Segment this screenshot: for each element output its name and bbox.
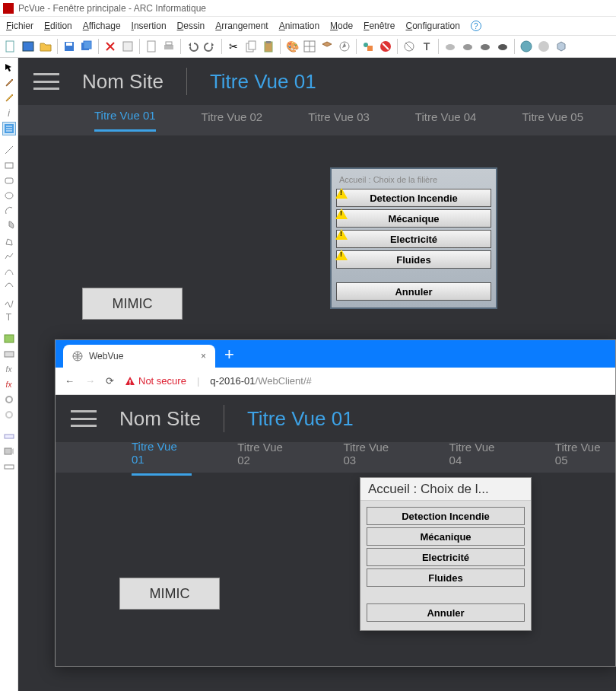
not-secure-badge[interactable]: Not secure xyxy=(125,375,186,387)
new-file-icon[interactable] xyxy=(3,39,18,54)
web-popup-btn-mecanique[interactable]: Mécanique xyxy=(367,527,525,546)
globe-crossed-icon[interactable] xyxy=(402,39,417,54)
spline-tool-icon[interactable] xyxy=(2,295,16,309)
menu-insertion[interactable]: Insertion xyxy=(132,21,167,31)
help-icon[interactable]: ? xyxy=(471,21,481,31)
web-tab-vue-02[interactable]: Titre Vue 02 xyxy=(237,441,297,474)
eyedropper2-icon[interactable] xyxy=(2,91,16,105)
save-icon[interactable] xyxy=(62,39,77,54)
forward-icon[interactable]: → xyxy=(85,375,95,387)
image-tool-icon[interactable] xyxy=(2,332,16,346)
print-icon[interactable] xyxy=(161,39,176,54)
rect-tool-icon[interactable] xyxy=(2,158,16,172)
info-icon[interactable]: i xyxy=(2,107,16,120)
popup-btn-electricite[interactable]: Electricité xyxy=(336,230,491,248)
cloud3-icon[interactable] xyxy=(478,39,493,54)
ruler-tool-icon[interactable] xyxy=(2,429,16,443)
pointer-tool-icon[interactable] xyxy=(2,61,16,75)
tab-vue-02[interactable]: Titre Vue 02 xyxy=(202,110,263,131)
menu-mode[interactable]: Mode xyxy=(330,21,353,31)
text-tool-icon[interactable]: T xyxy=(2,310,16,324)
layers-icon[interactable] xyxy=(319,39,335,54)
eyedropper1-icon[interactable] xyxy=(2,76,16,90)
stop-icon[interactable] xyxy=(378,39,393,54)
ellipse-tool-icon[interactable] xyxy=(2,189,16,202)
hamburger-icon[interactable] xyxy=(33,73,59,90)
popup-btn-fluides[interactable]: Fluides xyxy=(336,250,491,269)
close-icon[interactable]: × xyxy=(201,351,206,361)
label-tool-icon[interactable] xyxy=(2,460,16,473)
clear-icon[interactable] xyxy=(120,39,135,54)
video-tool-icon[interactable] xyxy=(2,444,16,458)
web-popup-btn-detection[interactable]: Detection Incendie xyxy=(367,507,525,525)
paste-icon[interactable] xyxy=(261,39,276,54)
web-tab-vue-04[interactable]: Titre Vue 04 xyxy=(449,441,510,474)
gear-tool-icon[interactable] xyxy=(2,393,16,406)
polygon-tool-icon[interactable] xyxy=(2,234,16,248)
tab-vue-01[interactable]: Titre Vue 01 xyxy=(94,109,156,132)
svg-rect-27 xyxy=(5,163,13,168)
globe-icon[interactable] xyxy=(519,39,534,54)
reload-icon[interactable]: ⟳ xyxy=(106,375,114,387)
cut-icon[interactable]: ✂ xyxy=(226,39,241,54)
popup-btn-mecanique[interactable]: Mécanique xyxy=(336,209,491,228)
hamburger-icon[interactable] xyxy=(71,410,97,427)
save-all-icon[interactable] xyxy=(79,39,94,54)
cloud2-icon[interactable] xyxy=(460,39,475,54)
menu-fenetre[interactable]: Fenêtre xyxy=(364,21,395,31)
web-popup-btn-electricite[interactable]: Electricité xyxy=(367,548,525,566)
redo-icon[interactable] xyxy=(202,39,218,54)
browser-tab-webvue[interactable]: WebVue × xyxy=(63,345,215,368)
popup-btn-detection[interactable]: Detection Incendie xyxy=(336,189,491,207)
curve-tool-icon[interactable] xyxy=(2,280,16,294)
shapes-icon[interactable] xyxy=(360,39,376,54)
grid-icon[interactable] xyxy=(302,39,317,54)
web-popup-btn-fluides[interactable]: Fluides xyxy=(367,568,525,587)
menu-affichage[interactable]: Affichage xyxy=(83,21,121,31)
menu-arrangement[interactable]: Arrangement xyxy=(215,21,268,31)
menu-animation[interactable]: Animation xyxy=(279,21,319,31)
tab-vue-05[interactable]: Titre Vue 05 xyxy=(522,110,583,131)
popup-btn-annuler[interactable]: Annuler xyxy=(336,282,491,301)
roundrect-tool-icon[interactable] xyxy=(2,174,16,187)
web-tab-vue-05[interactable]: Titre Vue 05 xyxy=(555,441,615,474)
folder-open-icon[interactable] xyxy=(38,39,53,54)
web-tab-vue-03[interactable]: Titre Vue 03 xyxy=(343,441,403,474)
svg-point-24 xyxy=(521,41,532,52)
window-icon[interactable] xyxy=(21,39,36,54)
compass-icon[interactable] xyxy=(337,39,352,54)
menu-fichier[interactable]: Fichier xyxy=(6,21,33,31)
back-icon[interactable]: ← xyxy=(65,375,75,387)
url-text[interactable]: q-2016-01/WebClient/# xyxy=(210,375,311,387)
polyline-tool-icon[interactable] xyxy=(2,250,16,263)
undo-icon[interactable] xyxy=(185,39,200,54)
gear2-tool-icon[interactable] xyxy=(2,408,16,422)
bezier-tool-icon[interactable] xyxy=(2,265,16,279)
pie-tool-icon[interactable] xyxy=(2,219,16,233)
list-tool-icon[interactable] xyxy=(2,122,16,135)
delete-icon[interactable] xyxy=(103,39,118,54)
menu-dessin[interactable]: Dessin xyxy=(177,21,205,31)
arc-tool-icon[interactable] xyxy=(2,204,16,218)
page-icon[interactable] xyxy=(144,39,159,54)
text-icon[interactable]: T xyxy=(419,39,434,54)
menu-configuration[interactable]: Configuration xyxy=(405,21,459,31)
copy-icon[interactable] xyxy=(243,39,259,54)
web-mimic-box[interactable]: MIMIC xyxy=(119,578,220,610)
line-tool-icon[interactable] xyxy=(2,143,16,157)
fx-tool-icon[interactable]: fx xyxy=(2,362,16,376)
sphere-icon[interactable] xyxy=(536,39,551,54)
tab-vue-03[interactable]: Titre Vue 03 xyxy=(308,110,370,131)
web-tab-vue-01[interactable]: Titre Vue 01 xyxy=(132,440,192,476)
cloud4-icon[interactable] xyxy=(495,39,510,54)
web-popup-btn-annuler[interactable]: Annuler xyxy=(367,603,525,622)
palette-icon[interactable]: 🎨 xyxy=(284,39,300,54)
menu-edition[interactable]: Edition xyxy=(44,21,72,31)
cube-icon[interactable] xyxy=(554,39,569,54)
fxred-tool-icon[interactable]: fx xyxy=(2,377,16,391)
tab-vue-04[interactable]: Titre Vue 04 xyxy=(415,110,477,131)
button-tool-icon[interactable] xyxy=(2,347,16,361)
cloud1-icon[interactable] xyxy=(443,39,458,54)
new-tab-button[interactable]: + xyxy=(224,345,234,365)
mimic-box[interactable]: MIMIC xyxy=(82,288,183,320)
